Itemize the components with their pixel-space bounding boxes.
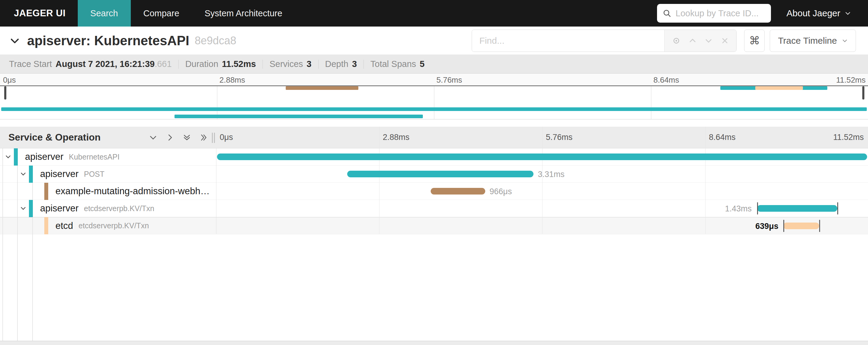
span-color-stripe (29, 166, 33, 183)
minimap-gridline (651, 86, 651, 119)
collapse-one-icon[interactable] (149, 133, 158, 142)
span-bar[interactable] (783, 223, 819, 229)
divider (364, 60, 364, 69)
total-spans-value: 5 (420, 59, 425, 69)
span-duration-label: 1.43ms (725, 204, 752, 213)
services-value: 3 (307, 59, 311, 69)
find-box (472, 30, 737, 52)
minimap-tick: 11.52ms (836, 76, 866, 85)
trace-controls: ⌘ Trace Timeline (472, 30, 856, 52)
viewport-scrubber-left[interactable] (4, 86, 6, 99)
span-operation: etcdserverpb.KV/Txn (79, 221, 149, 230)
trace-start-value: August 7 2021, 16:21:39 (56, 59, 155, 69)
span-row-apiserver-kubernetesapi[interactable]: apiserver KubernetesAPI (0, 148, 868, 166)
trace-start-label: Trace Start (9, 59, 52, 69)
span-bar[interactable] (431, 188, 486, 195)
total-spans-label: Total Spans (370, 59, 416, 69)
span-rows: apiserver KubernetesAPI apiserver POST 3… (0, 148, 868, 341)
chevron-down-icon[interactable] (4, 153, 12, 161)
expand-all-icon[interactable] (199, 133, 208, 142)
trace-id-input[interactable] (676, 8, 766, 19)
nav-item-compare[interactable]: Compare (131, 0, 192, 27)
minimap-canvas[interactable] (0, 85, 868, 119)
find-suffix-controls (664, 30, 736, 52)
trace-view-selector[interactable]: Trace Timeline (770, 30, 856, 52)
services-label: Services (270, 59, 303, 69)
focus-match-icon[interactable] (672, 36, 681, 45)
top-navbar: JAEGER UI Search Compare System Architec… (0, 0, 868, 27)
expand-one-icon[interactable] (165, 133, 175, 142)
page-bottom-strip (0, 341, 868, 345)
about-jaeger-label: About Jaeger (786, 8, 840, 19)
span-row-etcd-txn-selected[interactable]: etcd etcdserverpb.KV/Txn 639μs (0, 217, 868, 234)
jaeger-trace-page: JAEGER UI Search Compare System Architec… (0, 0, 868, 345)
span-boundary-tick (819, 220, 820, 232)
nav-right: About Jaeger (657, 4, 868, 23)
service-operation-title: Service & Operation (8, 132, 101, 143)
chevron-down-icon[interactable] (19, 204, 27, 212)
trace-start: Trace Start August 7 2021, 16:21:39 .661 (9, 59, 172, 69)
depth-label: Depth (325, 59, 348, 69)
trace-depth: Depth 3 (325, 59, 357, 69)
span-service: apiserver (40, 203, 79, 214)
axis-tick: 11.52ms (833, 133, 864, 142)
span-color-stripe (29, 200, 33, 217)
axis-tick: 8.64ms (709, 133, 736, 142)
collapse-trace-chevron-icon[interactable] (9, 35, 21, 47)
timeline-grid-header: Service & Operation 0μs 2.88ms 5.76 (0, 127, 868, 148)
chevron-down-icon[interactable] (19, 170, 27, 178)
app-brand[interactable]: JAEGER UI (0, 8, 78, 19)
prev-match-icon[interactable] (688, 36, 697, 45)
span-service: apiserver (25, 151, 64, 162)
trace-total-spans: Total Spans 5 (370, 59, 425, 69)
axis-gridline (379, 127, 379, 148)
next-match-icon[interactable] (704, 36, 713, 45)
span-row-apiserver-etcd-txn[interactable]: apiserver etcdserverpb.KV/Txn 1.43ms (0, 200, 868, 217)
about-jaeger-menu[interactable]: About Jaeger (786, 8, 851, 19)
axis-tick: 2.88ms (383, 133, 410, 142)
span-bar[interactable] (757, 205, 837, 212)
span-row-apiserver-post[interactable]: apiserver POST 3.31ms (0, 166, 868, 183)
axis-gridline (705, 127, 706, 148)
minimap-span-bar (755, 86, 803, 90)
trace-id-lookup[interactable] (657, 4, 771, 23)
find-input[interactable] (472, 30, 664, 52)
column-resizer[interactable] (212, 133, 216, 143)
span-operation: KubernetesAPI (69, 152, 120, 161)
depth-value: 3 (352, 59, 357, 69)
minimap-tick: 8.64ms (653, 76, 679, 85)
span-color-stripe (14, 148, 18, 166)
nav-item-system-architecture[interactable]: System Architecture (192, 0, 295, 27)
span-service: apiserver (40, 169, 79, 179)
minimap-tick: 2.88ms (219, 76, 245, 85)
trace-services: Services 3 (270, 59, 311, 69)
span-duration-label: 3.31ms (538, 170, 564, 179)
span-row-webhook[interactable]: example-mutating-admission-webhook... 96… (0, 183, 868, 200)
span-service: etcd (56, 221, 73, 231)
collapse-controls (149, 133, 208, 142)
minimap-axis: 0μs 2.88ms 5.76ms 8.64ms 11.52ms (0, 74, 868, 85)
keyboard-shortcuts-button[interactable]: ⌘ (744, 30, 765, 52)
span-bar[interactable] (347, 171, 534, 177)
span-duration-label: 966μs (490, 187, 512, 196)
trace-title: apiserver: KubernetesAPI (27, 33, 189, 48)
clear-find-icon[interactable] (721, 36, 729, 45)
span-color-stripe (44, 217, 48, 234)
minimap-gridline (434, 86, 434, 119)
axis-tick: 5.76ms (546, 133, 572, 142)
viewport-scrubber-right[interactable] (862, 86, 864, 99)
span-bar[interactable] (217, 153, 867, 160)
minimap-gridline (217, 86, 217, 119)
span-operation: POST (84, 170, 104, 178)
trace-minimap: 0μs 2.88ms 5.76ms 8.64ms 11.52ms (0, 74, 868, 119)
duration-label: Duration (185, 59, 218, 69)
trace-summary-bar: Trace Start August 7 2021, 16:21:39 .661… (0, 55, 868, 74)
trace-duration: Duration 11.52ms (185, 59, 256, 69)
chevron-down-icon (844, 10, 851, 17)
collapse-all-icon[interactable] (182, 133, 191, 142)
trace-id-short: 8e9dca8 (195, 34, 236, 47)
span-duration-label: 639μs (755, 222, 778, 231)
span-service: example-mutating-admission-webhook... (56, 186, 212, 197)
nav-item-search[interactable]: Search (78, 0, 131, 27)
axis-gridline (542, 127, 542, 148)
